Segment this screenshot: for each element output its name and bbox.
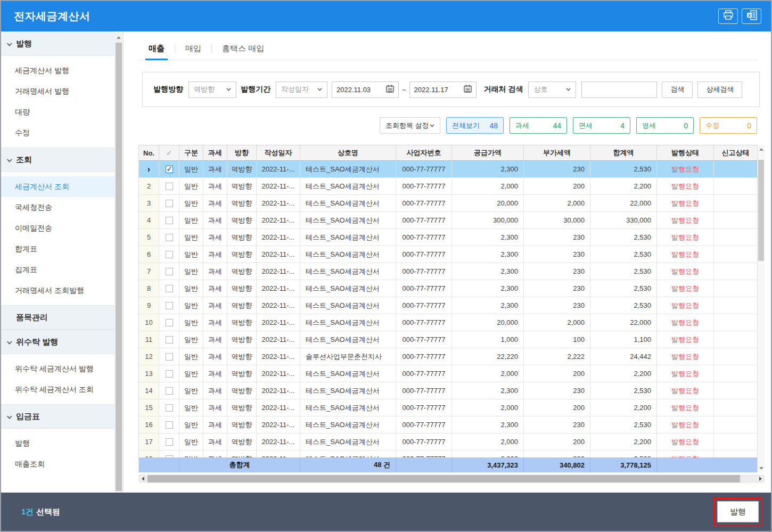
tab-sales[interactable]: 매출 [149, 38, 165, 60]
row-checkbox[interactable] [166, 421, 173, 429]
scroll-down-icon[interactable] [758, 464, 765, 472]
table-header-vat[interactable]: 부가세액 [524, 145, 590, 160]
row-checkbox[interactable] [166, 268, 173, 275]
status-chip[interactable]: 면세4 [573, 117, 630, 134]
view-columns-settings[interactable]: 조회항목 설정 [380, 117, 440, 134]
vertical-scrollbar-thumb[interactable] [758, 160, 764, 261]
table-header-type[interactable]: 구분 [179, 145, 203, 160]
sidebar-scrollbar[interactable] [114, 33, 123, 493]
table-row[interactable]: 13일반과세역방향2022-11-...테스트_SAO세금계산서000-77-7… [139, 365, 765, 382]
advanced-search-button[interactable]: 상세검색 [697, 81, 742, 98]
row-checkbox[interactable] [166, 319, 173, 326]
table-header-bizno[interactable]: 사업자번호 [396, 145, 452, 160]
sidebar-item[interactable]: 발행 [1, 433, 114, 454]
table-vertical-scrollbar[interactable] [757, 145, 765, 472]
table-row[interactable]: 12일반과세역방향2022-11-...솔루션사업부문춘천지사000-77-77… [139, 348, 765, 365]
row-checkbox[interactable] [166, 200, 173, 207]
sidebar-item[interactable]: 대량 [1, 102, 114, 122]
table-header-status[interactable]: 발행상태 [657, 145, 714, 160]
sidebar-item[interactable]: 위수탁 세금계산서 조회 [1, 379, 114, 400]
table-row[interactable]: 8일반과세역방향2022-11-...테스트_SAO세금계산서000-77-77… [139, 280, 765, 297]
table-row[interactable]: 5일반과세역방향2022-11-...테스트_SAO세금계산서000-77-77… [139, 229, 765, 246]
row-checkbox[interactable] [166, 166, 173, 173]
period-type-select[interactable]: 작성일자 [276, 81, 327, 98]
table-header-checkbox[interactable] [159, 145, 179, 160]
status-chip[interactable]: 전체보기48 [446, 117, 504, 134]
row-checkbox[interactable] [166, 183, 173, 190]
table-row[interactable]: 6일반과세역방향2022-11-...테스트_SAO세금계산서000-77-77… [139, 246, 765, 263]
table-row[interactable]: 15일반과세역방향2022-11-...테스트_SAO세금계산서000-77-7… [139, 399, 765, 416]
tab-hometax-purchase[interactable]: 홈택스 매입 [222, 38, 264, 60]
status-chip[interactable]: 과세44 [510, 117, 567, 134]
sidebar-item[interactable]: 거래명세서 발행 [1, 81, 114, 102]
scroll-up-icon[interactable] [114, 33, 123, 42]
sidebar-item[interactable]: 매출조회 [1, 454, 114, 474]
date-from-input[interactable]: 2022.11.03 [332, 81, 399, 98]
excel-export-button[interactable]: X [742, 9, 761, 24]
issue-button[interactable]: 발행 [717, 501, 759, 522]
horizontal-scrollbar-thumb[interactable] [147, 475, 740, 482]
table-row[interactable]: 3일반과세역방향2022-11-...테스트_SAO세금계산서000-77-77… [139, 195, 765, 212]
row-checkbox[interactable] [166, 404, 173, 412]
table-row[interactable]: 7일반과세역방향2022-11-...테스트_SAO세금계산서000-77-77… [139, 263, 765, 280]
table-header-company[interactable]: 상호명 [300, 145, 396, 160]
partner-keyword-input[interactable] [581, 81, 657, 98]
partner-type-select[interactable]: 상호 [528, 81, 576, 98]
table-header-date[interactable]: 작성일자 [257, 145, 300, 160]
row-checkbox[interactable] [166, 370, 173, 378]
table-header-no[interactable]: No. [139, 145, 159, 160]
calendar-icon[interactable] [464, 85, 472, 94]
calendar-icon[interactable] [386, 85, 394, 94]
sidebar-item[interactable]: 위수탁 세금계산서 발행 [1, 358, 114, 379]
direction-select[interactable]: 역방향 [188, 81, 236, 98]
table-horizontal-scrollbar[interactable] [138, 474, 765, 483]
row-checkbox[interactable] [166, 251, 173, 258]
table-row[interactable]: 일반과세역방향2022-11-...테스트_SAO세금계산서000-77-777… [139, 161, 765, 178]
row-checkbox[interactable] [166, 455, 173, 458]
row-checkbox[interactable] [166, 438, 173, 446]
sidebar-item[interactable]: 거래명세서 조회발행 [1, 280, 114, 301]
table-header-report[interactable]: 신고상태 [714, 145, 758, 160]
row-checkbox[interactable] [166, 234, 173, 241]
search-button[interactable]: 검색 [662, 81, 693, 98]
sidebar-item[interactable]: 수정 [1, 122, 114, 143]
table-row[interactable]: 16일반과세역방향2022-11-...테스트_SAO세금계산서000-77-7… [139, 416, 765, 433]
table-header-direction[interactable]: 방향 [227, 145, 257, 160]
table-row[interactable]: 9일반과세역방향2022-11-...테스트_SAO세금계산서000-77-77… [139, 297, 765, 314]
scroll-up-icon[interactable] [758, 145, 765, 153]
table-row[interactable]: 11일반과세역방향2022-11-...테스트_SAO세금계산서000-77-7… [139, 331, 765, 348]
status-chip[interactable]: 수정0 [700, 117, 757, 134]
row-checkbox[interactable] [166, 353, 173, 361]
table-header-tax[interactable]: 과세 [203, 145, 227, 160]
row-checkbox[interactable] [166, 387, 173, 395]
sidebar-item[interactable]: 세금계산서 조회 [1, 176, 114, 197]
status-chip[interactable]: 영세0 [636, 117, 694, 134]
table-header-supply[interactable]: 공급가액 [452, 145, 524, 160]
tab-purchase[interactable]: 매입 [185, 38, 201, 60]
scroll-right-icon[interactable] [756, 474, 765, 483]
table-row[interactable]: 17일반과세역방향2022-11-...테스트_SAO세금계산서000-77-7… [139, 433, 765, 451]
row-checkbox[interactable] [166, 285, 173, 292]
table-row[interactable]: 4일반과세역방향2022-11-...테스트_SAO세금계산서000-77-77… [139, 212, 765, 229]
sidebar-section[interactable]: 발행 [1, 31, 114, 56]
sidebar-item[interactable]: 세금계산서 발행 [1, 60, 114, 81]
table-row[interactable]: 18일반과세역방향2022-11-...테스트_SAO세금계산서000-77-7… [139, 451, 765, 457]
row-checkbox[interactable] [166, 336, 173, 343]
sidebar-section[interactable]: 조회 [1, 148, 114, 172]
table-header-total[interactable]: 합계액 [590, 145, 657, 160]
table-row[interactable]: 14일반과세역방향2022-11-...테스트_SAO세금계산서000-77-7… [139, 382, 765, 399]
sidebar-item[interactable]: 이메일전송 [1, 218, 114, 239]
row-checkbox[interactable] [166, 217, 173, 224]
sidebar-scrollbar-thumb[interactable] [116, 43, 122, 491]
sidebar-section[interactable]: 위수탁 발행 [1, 330, 114, 354]
sidebar-section[interactable]: 입금표 [1, 404, 114, 429]
sidebar-section[interactable]: 품목관리 [1, 305, 114, 330]
table-row[interactable]: 10일반과세역방향2022-11-...테스트_SAO세금계산서000-77-7… [139, 314, 765, 331]
scroll-left-icon[interactable] [138, 474, 147, 483]
row-checkbox[interactable] [166, 302, 173, 309]
print-button[interactable] [718, 9, 738, 24]
sidebar-item[interactable]: 국세청전송 [1, 197, 114, 218]
table-row[interactable]: 2일반과세역방향2022-11-...테스트_SAO세금계산서000-77-77… [139, 178, 765, 195]
sidebar-item[interactable]: 합계표 [1, 239, 114, 259]
date-to-input[interactable]: 2022.11.17 [409, 81, 477, 98]
